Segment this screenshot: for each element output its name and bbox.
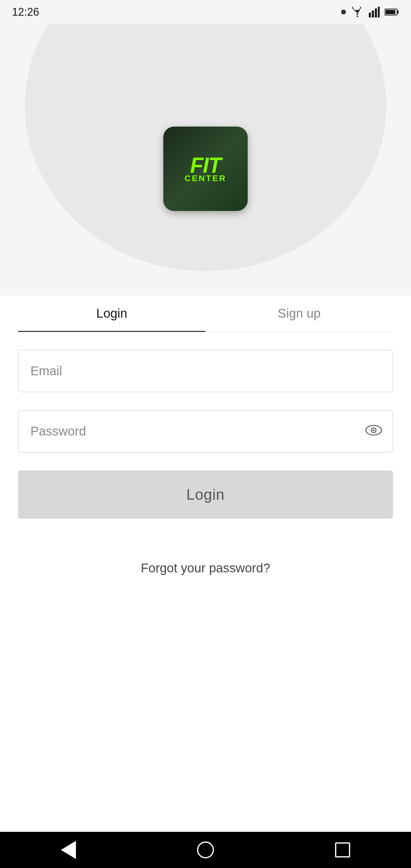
forgot-password-link[interactable]: Forgot your password? (18, 561, 393, 575)
home-button[interactable] (193, 838, 218, 862)
back-button[interactable] (56, 838, 81, 862)
svg-rect-3 (375, 8, 377, 18)
tab-login[interactable]: Login (18, 296, 205, 332)
battery-icon (384, 8, 399, 16)
svg-rect-6 (397, 10, 399, 13)
password-wrapper (18, 410, 393, 453)
email-input[interactable] (18, 350, 393, 392)
status-time: 12:26 (12, 6, 39, 19)
bottom-nav-bar (0, 832, 411, 868)
wifi-icon (351, 7, 364, 18)
form-section: Login (18, 332, 393, 537)
svg-point-0 (357, 16, 358, 17)
recents-icon (335, 842, 350, 858)
svg-rect-4 (378, 7, 380, 18)
notification-dot-icon (341, 10, 346, 14)
login-button[interactable]: Login (18, 470, 393, 519)
tab-signup[interactable]: Sign up (205, 296, 393, 332)
main-content: Login Sign up Login Forgot your password… (0, 296, 411, 832)
home-icon (197, 841, 214, 858)
app-logo-inner: FIT CENTER (163, 127, 248, 211)
app-logo: FIT CENTER (163, 127, 248, 211)
svg-rect-7 (385, 10, 395, 14)
svg-rect-1 (369, 13, 371, 18)
svg-point-10 (373, 430, 375, 431)
recents-button[interactable] (330, 838, 355, 862)
signal-icon (369, 7, 380, 18)
back-icon (61, 841, 76, 859)
logo-fit-text: FIT (190, 154, 221, 176)
status-bar: 12:26 (0, 0, 411, 24)
show-password-icon[interactable] (365, 423, 382, 440)
tabs-container: Login Sign up (18, 296, 393, 332)
logo-center-text: CENTER (184, 174, 226, 183)
hero-section: FIT CENTER (0, 24, 411, 296)
svg-rect-2 (372, 10, 374, 18)
status-icons (341, 7, 399, 18)
password-input[interactable] (18, 410, 393, 453)
